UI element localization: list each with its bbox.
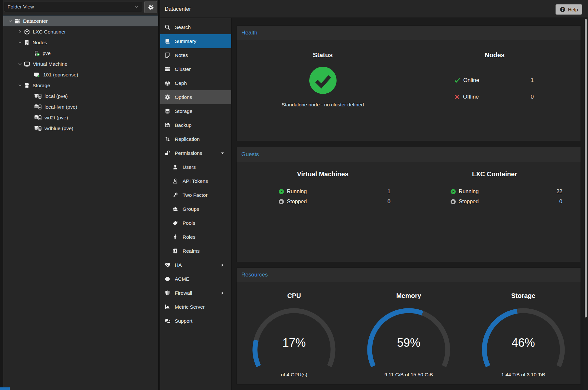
caret-right-icon xyxy=(220,263,225,267)
tree-item-label: wd2t (pve) xyxy=(45,115,68,121)
question-circle-icon: ? xyxy=(560,7,566,12)
tree-item-101-opnsense[interactable]: 101 (opnsense) xyxy=(3,69,158,80)
menu-item-users[interactable]: Users xyxy=(160,160,231,174)
menu-item-permissions[interactable]: Permissions xyxy=(160,146,231,160)
menu-item-acme[interactable]: ACME xyxy=(160,272,231,286)
menu-item-backup[interactable]: Backup xyxy=(160,118,231,132)
guest-row-label: Stopped xyxy=(287,198,307,205)
menu-item-cluster[interactable]: Cluster xyxy=(160,62,231,76)
view-mode-select[interactable]: Folder View xyxy=(4,2,142,12)
menu-item-notes[interactable]: Notes xyxy=(160,48,231,62)
resource-tree: DatacenterLXC ContainerNodespveVirtual M… xyxy=(3,16,158,134)
tree-item-local-lvm-pve[interactable]: local-lvm (pve) xyxy=(3,101,158,112)
search-icon xyxy=(165,24,175,30)
floppy-icon xyxy=(165,122,175,128)
tree-item-label: Storage xyxy=(32,83,50,88)
menu-item-storage[interactable]: Storage xyxy=(160,104,231,118)
chevron-down-icon xyxy=(134,5,139,9)
expand-icon[interactable] xyxy=(16,29,24,34)
menu-item-ceph[interactable]: Ceph xyxy=(160,76,231,90)
guests-section-body: Virtual MachinesRunning1Stopped0LXC Cont… xyxy=(236,162,581,262)
guest-column-heading: Virtual Machines xyxy=(237,170,409,178)
menu-item-label: Storage xyxy=(175,108,192,114)
guest-row-label: Stopped xyxy=(459,198,479,205)
summary-content: Health Status Standalone node - no clust… xyxy=(232,18,583,390)
tree-item-label: Nodes xyxy=(32,40,47,46)
node-status-label: Online xyxy=(463,77,479,84)
collapse-icon[interactable] xyxy=(16,61,24,66)
cluster-status-column: Status Standalone node - no cluster defi… xyxy=(237,40,409,141)
menu-item-ha[interactable]: HA xyxy=(160,258,231,272)
menu-item-summary[interactable]: Summary xyxy=(160,34,231,48)
help-button[interactable]: ? Help xyxy=(556,4,582,15)
menu-item-search[interactable]: Search xyxy=(160,20,231,34)
tree-item-lxc-container[interactable]: LXC Container xyxy=(3,26,158,37)
resource-gauge-cpu: CPU17%of 4 CPU(s) xyxy=(237,282,352,384)
proxmox-app-window: Folder View DatacenterLXC ContainerNodes… xyxy=(0,0,588,390)
menu-item-label: ACME xyxy=(175,276,189,282)
cube-icon xyxy=(24,29,30,35)
gauge-chart: 46% xyxy=(478,304,569,371)
tree-item-datacenter[interactable]: Datacenter xyxy=(3,16,158,26)
menu-item-pools[interactable]: Pools xyxy=(160,216,231,230)
key-icon xyxy=(173,192,183,198)
collapse-icon[interactable] xyxy=(6,19,14,23)
user-icon xyxy=(173,164,183,170)
tree-item-pve[interactable]: pve xyxy=(3,48,158,59)
menu-item-label: Permissions xyxy=(175,150,202,156)
menu-item-label: Notes xyxy=(175,52,188,58)
gauge-percent: 17% xyxy=(249,336,339,350)
menu-item-api-tokens[interactable]: API Tokens xyxy=(160,174,231,188)
tree-item-wdblue-pve[interactable]: wdblue (pve) xyxy=(3,123,158,134)
vertical-scrollbar[interactable] xyxy=(583,18,588,390)
stop-circle-icon xyxy=(278,199,284,205)
menu-item-label: Support xyxy=(175,318,192,324)
tree-item-storage[interactable]: Storage xyxy=(3,80,158,91)
nodes-heading: Nodes xyxy=(409,51,581,59)
page-title: Datacenter xyxy=(165,0,191,18)
tree-item-virtual-machine[interactable]: Virtual Machine xyxy=(3,59,158,69)
menu-item-firewall[interactable]: Firewall xyxy=(160,286,231,300)
guest-column-lxc-container: LXC ContainerRunning22Stopped0 xyxy=(409,162,581,262)
tree-settings-button[interactable] xyxy=(144,1,157,13)
menu-item-label: Realms xyxy=(183,248,200,254)
tree-item-wd2t-pve[interactable]: wd2t (pve) xyxy=(3,112,158,123)
menu-item-groups[interactable]: Groups xyxy=(160,202,231,216)
collapse-icon[interactable] xyxy=(16,83,24,88)
guests-section-header: Guests xyxy=(236,147,581,162)
scrollbar-thumb[interactable] xyxy=(585,19,587,317)
menu-item-roles[interactable]: Roles xyxy=(160,230,231,244)
menu-item-support[interactable]: Support xyxy=(160,314,231,328)
resources-section-title: Resources xyxy=(241,272,268,278)
heartbeat-icon xyxy=(165,262,175,268)
guest-row-running: Running1 xyxy=(278,186,390,196)
address-book-icon xyxy=(173,248,183,254)
check-icon xyxy=(454,77,460,83)
tree-item-nodes[interactable]: Nodes xyxy=(3,37,158,48)
menu-item-replication[interactable]: Replication xyxy=(160,132,231,146)
menu-item-realms[interactable]: Realms xyxy=(160,244,231,258)
guests-section: Guests Virtual MachinesRunning1Stopped0L… xyxy=(236,147,581,262)
menu-item-label: Metric Server xyxy=(175,304,205,310)
database-drive-icon xyxy=(34,126,42,131)
caret-down-icon xyxy=(220,151,225,155)
stop-circle-icon xyxy=(450,199,456,205)
server-icon xyxy=(14,18,20,24)
gear-icon xyxy=(148,5,154,10)
building-icon xyxy=(24,40,30,45)
gauge-percent: 59% xyxy=(363,336,454,350)
menu-item-metric-server[interactable]: Metric Server xyxy=(160,300,231,314)
collapse-icon[interactable] xyxy=(16,40,24,45)
tree-item-local-pve[interactable]: local (pve) xyxy=(3,91,158,101)
guest-row-running: Running22 xyxy=(450,186,562,196)
menu-item-label: Groups xyxy=(183,206,199,212)
tree-toolbar: Folder View xyxy=(3,0,158,15)
menu-item-label: Replication xyxy=(175,136,200,142)
health-section-body: Status Standalone node - no cluster defi… xyxy=(236,40,581,141)
gauge-sublabel: of 4 CPU(s) xyxy=(237,372,352,378)
menu-item-options[interactable]: Options xyxy=(160,90,231,104)
gauge-sublabel: 9.11 GiB of 15.50 GiB xyxy=(352,372,466,378)
menu-item-label: HA xyxy=(175,262,182,268)
guests-section-title: Guests xyxy=(241,151,259,158)
menu-item-two-factor[interactable]: Two Factor xyxy=(160,188,231,202)
